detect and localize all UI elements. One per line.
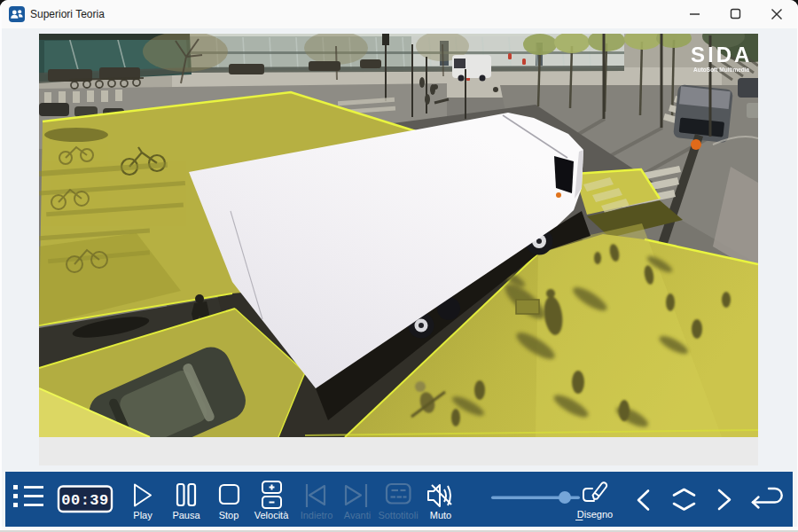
svg-text:Pausa: Pausa bbox=[172, 510, 200, 520]
svg-text:Play: Play bbox=[133, 510, 153, 520]
svg-text:Sottotitoli: Sottotitoli bbox=[378, 510, 418, 520]
svg-text:Avanti: Avanti bbox=[344, 510, 371, 520]
svg-text:Muto: Muto bbox=[430, 510, 451, 520]
svg-text:SIDA: SIDA bbox=[691, 43, 752, 66]
svg-text:Indietro: Indietro bbox=[301, 510, 333, 520]
svg-text:AutoSoft Multimedia: AutoSoft Multimedia bbox=[693, 66, 750, 73]
svg-text:Disegno: Disegno bbox=[577, 509, 613, 520]
svg-text:Stop: Stop bbox=[219, 510, 239, 520]
svg-text:00:39: 00:39 bbox=[61, 492, 109, 509]
svg-text:Velocità: Velocità bbox=[254, 510, 289, 520]
